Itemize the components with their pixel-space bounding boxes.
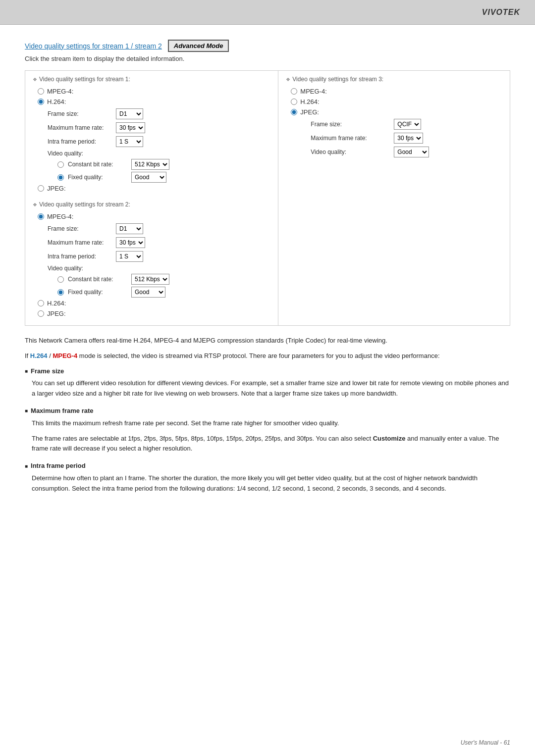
stream1-intra-frame-select[interactable]: 1 S 1/4 S 1/2 S 2 S (116, 136, 143, 147)
stream3-jpeg-settings: Frame size: QCIF CIF D1 Maximum frame ra… (301, 119, 502, 157)
stream2-max-frame-label: Maximum frame rate: (48, 239, 112, 246)
main-content: Video quality settings for stream 1 / st… (0, 25, 535, 516)
stream2-fq-row: Fixed quality: Good Medium (57, 287, 270, 298)
stream3-video-quality-select[interactable]: Good Medium Detailed (394, 147, 429, 157)
stream1-fq-select[interactable]: Good Medium Detailed (131, 172, 166, 183)
section-max-frame-rate-title: Maximum frame rate (25, 406, 510, 416)
section-intra-frame-body: Determine how often to plant an I frame.… (32, 473, 510, 494)
stream1-video-quality-label: Video quality: (48, 150, 270, 157)
section-frame-size: Frame size You can set up different vide… (25, 366, 510, 399)
logo: VIVOTEK (482, 8, 520, 17)
stream1-max-frame-select[interactable]: 30 fps 25 fps 20 fps 15 fps (116, 122, 145, 133)
stream1-mpeg4-label: MPEG-4: (47, 88, 73, 95)
stream1-h264-option[interactable]: H.264: (38, 98, 270, 105)
description-block: This Network Camera offers real-time H.2… (25, 336, 510, 494)
stream3-jpeg-option[interactable]: JPEG: (291, 108, 502, 116)
footer-text: User's Manual - 61 (461, 739, 510, 746)
stream1-fq-row: Fixed quality: Good Medium Detailed (57, 172, 270, 183)
title-row: Video quality settings for stream 1 / st… (25, 40, 510, 52)
stream1-cbr-radio[interactable] (57, 161, 64, 168)
stream1-h264-settings: Frame size: D1 QCIF CIF 4CIF Maximum fra… (48, 108, 270, 183)
stream2-cbr-select[interactable]: 512 Kbps 256 Kbps (131, 274, 169, 285)
stream1-intra-frame-label: Intra frame period: (48, 138, 112, 145)
stream1-cbr-row: Constant bit rate: 512 Kbps 256 Kbps 1 M… (57, 159, 270, 170)
stream2-h264-radio[interactable] (38, 300, 44, 306)
desc-para1: This Network Camera offers real-time H.2… (25, 336, 510, 346)
stream3-header: Video quality settings for stream 3: (286, 76, 502, 83)
stream2-max-frame-select[interactable]: 30 fps 25 fps (116, 237, 145, 248)
stream3-mpeg4-label: MPEG-4: (300, 88, 326, 95)
stream1-frame-size-row: Frame size: D1 QCIF CIF 4CIF (48, 108, 270, 119)
stream2-block: Video quality settings for stream 2: MPE… (33, 201, 270, 317)
section-frame-size-title: Frame size (25, 366, 510, 377)
stream3-video-quality-row: Video quality: Good Medium Detailed (301, 147, 502, 157)
stream3-jpeg-radio[interactable] (291, 109, 297, 115)
advanced-mode-button[interactable]: Advanced Mode (168, 40, 229, 52)
page-container: VIVOTEK Video quality settings for strea… (0, 0, 535, 756)
stream1-fq-radio[interactable] (57, 174, 64, 181)
stream1-jpeg-option[interactable]: JPEG: (38, 185, 270, 192)
stream2-fq-select[interactable]: Good Medium (131, 287, 165, 298)
stream1-block: Video quality settings for stream 1: MPE… (33, 76, 270, 192)
stream1-intra-frame-row: Intra frame period: 1 S 1/4 S 1/2 S 2 S (48, 136, 270, 147)
stream2-jpeg-option[interactable]: JPEG: (38, 310, 270, 317)
header-bar: VIVOTEK (0, 0, 535, 25)
stream1-fq-label: Fixed quality: (68, 174, 127, 181)
stream3-max-frame-select[interactable]: 30 fps 25 fps (394, 133, 423, 144)
stream1-header: Video quality settings for stream 1: (33, 76, 270, 83)
stream2-header: Video quality settings for stream 2: (33, 201, 270, 208)
stream2-cbr-label: Constant bit rate: (68, 276, 127, 283)
subtitle-text: Click the stream item to display the det… (25, 55, 510, 62)
stream2-cbr-row: Constant bit rate: 512 Kbps 256 Kbps (57, 274, 270, 285)
stream3-video-quality-label: Video quality: (311, 149, 390, 155)
stream2-frame-size-label: Frame size: (48, 225, 112, 232)
stream2-video-quality-section: Video quality: Constant bit rate: 512 Kb… (48, 265, 270, 298)
stream2-mpeg4-radio[interactable] (38, 213, 44, 220)
stream2-frame-size-row: Frame size: D1 QCIF CIF (48, 223, 270, 234)
stream2-intra-frame-select[interactable]: 1 S 1/4 S 1/2 S (116, 251, 143, 262)
stream2-fq-radio[interactable] (57, 289, 64, 296)
stream3-mpeg4-option[interactable]: MPEG-4: (291, 88, 502, 95)
section-frame-size-body: You can set up different video resolutio… (32, 378, 510, 399)
section-intra-frame-title: Intra frame period (25, 461, 510, 471)
stream1-section: Video quality settings for stream 1: MPE… (25, 71, 278, 325)
stream2-jpeg-radio[interactable] (38, 310, 44, 317)
section-max-frame-rate: Maximum frame rate This limits the maxim… (25, 406, 510, 454)
stream3-h264-label: H.264: (300, 98, 319, 105)
stream3-frame-size-row: Frame size: QCIF CIF D1 (301, 119, 502, 130)
stream3-frame-size-select[interactable]: QCIF CIF D1 (394, 119, 421, 130)
stream1-video-quality-section: Video quality: Constant bit rate: 512 Kb… (48, 150, 270, 183)
stream2-intra-frame-label: Intra frame period: (48, 253, 112, 260)
stream3-mpeg4-radio[interactable] (291, 88, 297, 95)
stream3-max-frame-row: Maximum frame rate: 30 fps 25 fps (301, 133, 502, 144)
stream1-h264-label: H.264: (47, 98, 66, 105)
section-max-frame-rate-body: This limits the maximum refresh frame ra… (32, 418, 510, 454)
page-footer: User's Manual - 61 (461, 739, 510, 746)
stream1-jpeg-radio[interactable] (38, 185, 44, 192)
stream1-frame-size-select[interactable]: D1 QCIF CIF 4CIF (116, 108, 143, 119)
stream1-h264-radio[interactable] (38, 99, 44, 105)
stream2-h264-label: H.264: (47, 300, 66, 307)
stream3-h264-option[interactable]: H.264: (291, 98, 502, 105)
stream2-mpeg4-option[interactable]: MPEG-4: (38, 213, 270, 220)
stream-title-link[interactable]: Video quality settings for stream 1 / st… (25, 42, 162, 50)
stream1-frame-size-label: Frame size: (48, 110, 112, 117)
stream3-jpeg-label: JPEG: (300, 108, 319, 116)
section-intra-frame: Intra frame period Determine how often t… (25, 461, 510, 494)
stream1-mpeg4-radio[interactable] (38, 88, 44, 95)
stream2-frame-size-select[interactable]: D1 QCIF CIF (116, 223, 143, 234)
stream3-max-frame-label: Maximum frame rate: (311, 135, 390, 142)
stream2-intra-frame-row: Intra frame period: 1 S 1/4 S 1/2 S (48, 251, 270, 262)
stream1-cbr-select[interactable]: 512 Kbps 256 Kbps 1 Mbps (131, 159, 169, 170)
stream2-h264-option[interactable]: H.264: (38, 300, 270, 307)
stream2-fq-label: Fixed quality: (68, 289, 127, 296)
stream1-max-frame-label: Maximum frame rate: (48, 124, 112, 131)
stream1-jpeg-label: JPEG: (47, 185, 66, 192)
stream2-cbr-radio[interactable] (57, 276, 64, 283)
stream2-max-frame-row: Maximum frame rate: 30 fps 25 fps (48, 237, 270, 248)
stream3-h264-radio[interactable] (291, 99, 297, 105)
stream1-cbr-label: Constant bit rate: (68, 161, 127, 168)
stream2-jpeg-label: JPEG: (47, 310, 66, 317)
stream1-mpeg4-option[interactable]: MPEG-4: (38, 88, 270, 95)
stream3-frame-size-label: Frame size: (311, 121, 390, 128)
